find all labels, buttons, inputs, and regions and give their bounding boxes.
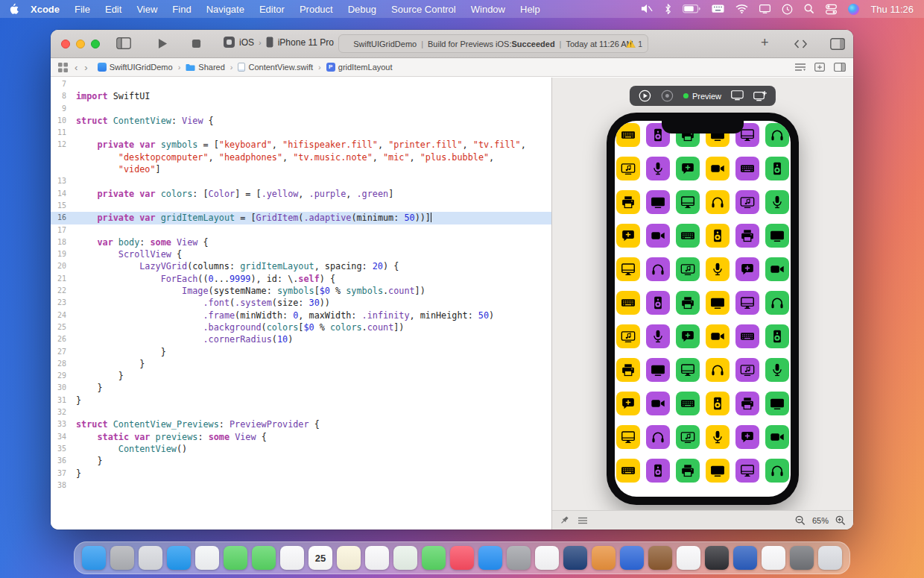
- run-button[interactable]: [158, 38, 168, 49]
- activity-view: SwiftUIGridDemo | Build for Previews iOS…: [338, 34, 648, 53]
- preview-status: Preview: [683, 92, 721, 101]
- menu-product[interactable]: Product: [292, 4, 341, 15]
- dock-app-icon[interactable]: [620, 546, 644, 570]
- warning-badge[interactable]: 1: [626, 35, 642, 52]
- battery-icon[interactable]: [683, 4, 700, 13]
- time-machine-icon[interactable]: [782, 4, 793, 15]
- menu-window[interactable]: Window: [463, 4, 513, 15]
- code-line: 18 var body: some View {: [51, 236, 551, 248]
- zoom-button[interactable]: [91, 40, 100, 48]
- dock-trash-icon[interactable]: [818, 546, 842, 570]
- menu-xcode[interactable]: Xcode: [23, 4, 67, 15]
- dock-app-icon[interactable]: [648, 546, 672, 570]
- sf-symbol-tv.fill: [646, 190, 670, 214]
- code-line: 34 static var previews: some View {: [51, 431, 551, 443]
- zoom-level[interactable]: 65%: [812, 516, 829, 525]
- dock-photos-icon[interactable]: [280, 546, 304, 570]
- inspect-preview-button[interactable]: [661, 89, 674, 102]
- close-button[interactable]: [61, 40, 70, 48]
- pin-preview-icon[interactable]: [560, 515, 569, 525]
- dock-simulator-icon[interactable]: [762, 546, 785, 570]
- dock-xcode-icon[interactable]: [733, 546, 757, 570]
- input-source-icon[interactable]: [712, 4, 724, 13]
- sf-symbol-keyboard: [735, 324, 759, 348]
- dock-notes-icon[interactable]: [337, 546, 361, 570]
- sf-symbol-headphones: [765, 459, 789, 483]
- inspector-toggle-button[interactable]: [830, 38, 845, 50]
- wifi-icon[interactable]: [735, 4, 748, 13]
- dock-mail-icon[interactable]: [167, 546, 191, 570]
- display-icon[interactable]: [759, 4, 770, 13]
- sf-symbol-printer.fill: [616, 358, 640, 382]
- zoom-in-button[interactable]: [835, 515, 846, 526]
- menu-navigate[interactable]: Navigate: [199, 4, 252, 15]
- dock-app-icon[interactable]: [535, 546, 559, 570]
- menu-bar-clock[interactable]: Thu 11:26: [870, 4, 914, 15]
- duplicate-preview-button[interactable]: [753, 90, 767, 101]
- dock-calendar-icon[interactable]: 25: [308, 546, 332, 570]
- editor-layout-button[interactable]: [794, 39, 808, 49]
- dock-app-icon[interactable]: [110, 546, 134, 570]
- menu-find[interactable]: Find: [165, 4, 198, 15]
- apple-menu-icon[interactable]: [9, 3, 19, 15]
- volume-muted-icon[interactable]: [641, 4, 654, 13]
- scheme-target-label[interactable]: iOS: [239, 37, 254, 48]
- related-items-icon[interactable]: [58, 63, 68, 72]
- live-preview-button[interactable]: [639, 89, 651, 102]
- dock-app-icon[interactable]: [592, 546, 616, 570]
- menu-help[interactable]: Help: [513, 4, 548, 15]
- source-editor[interactable]: 78import SwiftUI910struct ContentView: V…: [51, 78, 551, 530]
- dock-terminal-icon[interactable]: [705, 546, 729, 570]
- breadcrumb-item[interactable]: PgridItemLayout: [326, 63, 393, 72]
- menu-view[interactable]: View: [129, 4, 165, 15]
- code-line: 17: [51, 224, 551, 236]
- menu-editor[interactable]: Editor: [252, 4, 292, 15]
- dock-maps-icon[interactable]: [393, 546, 417, 570]
- preview-options-icon[interactable]: [578, 517, 587, 524]
- dock-music-icon[interactable]: [450, 546, 474, 570]
- dock-app-icon[interactable]: [677, 546, 700, 570]
- dock-messages-icon[interactable]: [224, 546, 247, 570]
- code-line: 22 Image(systemName: symbols[$0 % symbol…: [51, 285, 551, 297]
- bluetooth-icon[interactable]: [665, 4, 671, 14]
- minimize-button[interactable]: [76, 40, 85, 48]
- menu-edit[interactable]: Edit: [98, 4, 129, 15]
- breadcrumb-item[interactable]: SwiftUIGridDemo: [98, 63, 173, 72]
- sf-symbol-mic: [765, 190, 789, 214]
- dock-find-my-icon[interactable]: [422, 546, 446, 570]
- sf-symbol-tv.music.note: [616, 324, 640, 348]
- editor-options-icon[interactable]: [795, 63, 806, 72]
- library-button[interactable]: +: [761, 35, 769, 51]
- menu-file[interactable]: File: [67, 4, 98, 15]
- activity-time: Today at 11:26 AM: [566, 40, 633, 48]
- add-editor-icon[interactable]: [814, 63, 825, 72]
- preview-grid: [616, 123, 789, 483]
- forward-button[interactable]: ›: [84, 62, 87, 73]
- dock-app-store-icon[interactable]: [478, 546, 502, 570]
- siri-icon[interactable]: [848, 4, 859, 15]
- menu-source-control[interactable]: Source Control: [384, 4, 463, 15]
- back-button[interactable]: ‹: [75, 62, 77, 73]
- breadcrumb-item[interactable]: ContentView.swift: [238, 63, 313, 72]
- scheme-selector[interactable]: iOS › iPhone 11 Pro: [224, 37, 334, 48]
- dock-reminders-icon[interactable]: [365, 546, 389, 570]
- menu-debug[interactable]: Debug: [341, 4, 384, 15]
- dock-launchpad-icon[interactable]: [139, 546, 162, 570]
- dock-system-preferences-icon[interactable]: [507, 546, 531, 570]
- run-destination-label[interactable]: iPhone 11 Pro: [278, 37, 334, 48]
- zoom-out-button[interactable]: [795, 515, 806, 526]
- breadcrumb-item[interactable]: Shared: [186, 63, 224, 72]
- dock-facetime-icon[interactable]: [252, 546, 276, 570]
- control-center-icon[interactable]: [826, 4, 837, 15]
- dock-safari-icon[interactable]: [195, 546, 219, 570]
- dock-app-icon[interactable]: [790, 546, 814, 570]
- preview-on-device-button[interactable]: [731, 90, 744, 101]
- stop-button[interactable]: [192, 39, 201, 48]
- dock-app-icon[interactable]: [563, 546, 587, 570]
- preview-device-screen[interactable]: [615, 121, 791, 497]
- activity-separator: |: [560, 40, 562, 48]
- split-editor-icon[interactable]: [834, 63, 846, 72]
- dock-finder-icon[interactable]: [82, 546, 106, 570]
- navigator-sidebar-toggle-button[interactable]: [116, 37, 131, 49]
- spotlight-icon[interactable]: [804, 4, 814, 14]
